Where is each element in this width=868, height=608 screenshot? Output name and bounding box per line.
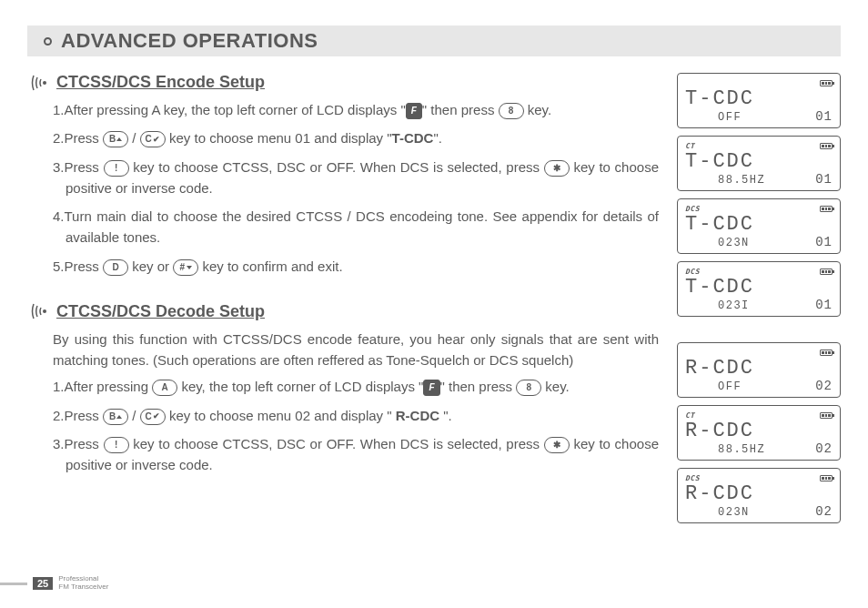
- lcd-menu-number: 02: [815, 441, 833, 456]
- lcd-indicator: DCS: [685, 474, 700, 482]
- key-8-icon: 8: [499, 103, 524, 119]
- key-b-up-icon: B: [103, 131, 128, 147]
- lcd-sub-text: 023N: [685, 237, 750, 249]
- battery-icon: [820, 269, 833, 275]
- footer-line-icon: [0, 583, 27, 585]
- key-c-down-icon: C✔: [140, 409, 166, 425]
- page-header: ADVANCED OPERATIONS: [27, 25, 841, 56]
- header-bullet-icon: [44, 37, 52, 46]
- lcd-sub-text: 023N: [685, 506, 750, 519]
- page-title: ADVANCED OPERATIONS: [61, 29, 318, 53]
- signal-waves-icon: [31, 74, 51, 92]
- key-f-icon: F: [406, 103, 422, 119]
- list-item: 2.Press B / C✔ key to choose menu 01 and…: [53, 127, 659, 148]
- key-star-icon: ✱: [544, 160, 570, 177]
- section-heading: CTCSS/DCS Encode Setup: [56, 73, 265, 92]
- section-encode-title: CTCSS/DCS Encode Setup: [31, 73, 659, 92]
- lcd-main-text: R-CDC: [685, 421, 833, 441]
- lcd-sub-text: 88.5HZ: [685, 174, 765, 187]
- section-decode-title: CTCSS/DCS Decode Setup: [31, 302, 659, 321]
- svg-point-1: [43, 309, 46, 313]
- lcd-display: DCST-CDC023I01: [677, 261, 841, 317]
- lcd-column: T-CDCOFF01CTT-CDC88.5HZ01DCST-CDC023N01D…: [677, 73, 841, 523]
- list-item: 2.Press B / C✔ key to choose menu 02 and…: [53, 405, 659, 426]
- battery-icon: [820, 80, 833, 86]
- list-item: 3.Press ! key to choose CTCSS, DSC or OF…: [53, 433, 659, 476]
- battery-icon: [820, 475, 833, 481]
- encode-steps-list: 1.After pressing A key, the top left cor…: [44, 99, 659, 277]
- lcd-main-text: T-CDC: [685, 89, 833, 109]
- lcd-sub-text: OFF: [685, 111, 742, 124]
- signal-waves-icon: [31, 302, 51, 320]
- lcd-sub-text: 023I: [685, 299, 750, 312]
- section-heading: CTCSS/DCS Decode Setup: [56, 302, 265, 321]
- lcd-indicator: DCS: [685, 205, 700, 213]
- decode-intro: By using this function with CTCSS/DCS en…: [44, 329, 659, 371]
- lcd-main-text: R-CDC: [685, 359, 833, 379]
- key-exclam-icon: !: [104, 160, 129, 177]
- key-star-icon: ✱: [544, 437, 570, 453]
- battery-icon: [820, 206, 833, 212]
- list-item: 5.Press D key or # key to confirm and ex…: [53, 256, 659, 277]
- lcd-display: CTR-CDC88.5HZ02: [677, 405, 841, 461]
- lcd-display: R-CDCOFF02: [677, 342, 841, 398]
- lcd-indicator: DCS: [685, 268, 700, 276]
- lcd-sub-text: OFF: [685, 380, 742, 393]
- lcd-display: T-CDCOFF01: [677, 73, 841, 128]
- lcd-menu-number: 01: [815, 298, 833, 312]
- key-d-icon: D: [103, 259, 128, 276]
- key-b-up-icon: B: [103, 409, 128, 425]
- lcd-menu-number: 01: [815, 172, 833, 187]
- list-item: 1.After pressing A key, the top left cor…: [53, 99, 659, 120]
- list-item: 1.After pressing A key, the top left cor…: [53, 376, 659, 397]
- key-c-down-icon: C✔: [140, 131, 166, 147]
- page-number: 25: [33, 577, 53, 590]
- key-a-icon: A: [152, 380, 177, 396]
- lcd-indicator: CT: [685, 142, 695, 150]
- list-item: 3.Press ! key to choose CTCSS, DSC or OF…: [53, 157, 659, 199]
- lcd-menu-number: 02: [815, 504, 833, 519]
- lcd-menu-number: 01: [815, 235, 833, 249]
- list-item: 4.Turn main dial to choose the desired C…: [53, 206, 659, 248]
- lcd-menu-number: 01: [815, 109, 833, 124]
- svg-point-0: [43, 81, 46, 85]
- key-exclam-icon: !: [104, 437, 129, 453]
- lcd-main-text: T-CDC: [685, 152, 833, 172]
- lcd-main-text: T-CDC: [685, 215, 833, 235]
- battery-icon: [820, 143, 833, 149]
- lcd-indicator: CT: [685, 411, 695, 420]
- key-8-icon: 8: [516, 380, 541, 396]
- key-hash-icon: #: [173, 259, 198, 276]
- lcd-display: DCSR-CDC023N02: [677, 468, 841, 523]
- key-f-icon: F: [423, 380, 439, 396]
- lcd-main-text: R-CDC: [685, 484, 833, 504]
- lcd-display: CTT-CDC88.5HZ01: [677, 136, 841, 191]
- battery-icon: [820, 350, 833, 356]
- content-column: CTCSS/DCS Encode Setup 1.After pressing …: [27, 73, 677, 523]
- lcd-main-text: T-CDC: [685, 278, 833, 298]
- decode-steps-list: 1.After pressing A key, the top left cor…: [44, 376, 659, 475]
- lcd-sub-text: 88.5HZ: [685, 443, 765, 456]
- battery-icon: [820, 412, 833, 419]
- lcd-menu-number: 02: [815, 379, 833, 393]
- footer-text: Professional FM Transceiver: [58, 575, 108, 592]
- page-footer: 25 Professional FM Transceiver: [0, 575, 108, 592]
- lcd-display: DCST-CDC023N01: [677, 198, 841, 254]
